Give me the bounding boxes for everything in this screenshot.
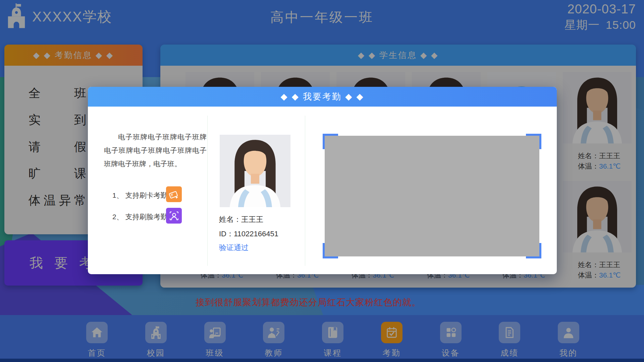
screen: XXXXX学校 高中一年级一班 2020-03-17 星期一15:00 ◆ ◆ … — [0, 0, 644, 362]
verified-student-photo — [220, 135, 290, 207]
modal-description: 电子班牌电子班牌电子班牌电子班牌电子班牌电子班牌电子班牌电子班牌，电子班。 — [104, 130, 207, 171]
viewfinder-corner-icon — [323, 243, 338, 258]
camera-preview — [325, 136, 539, 256]
modal-divider-left — [207, 116, 208, 266]
viewfinder-corner-icon — [526, 243, 541, 258]
attendance-modal-title: ◆ ◆ 我要考勤 ◆ ◆ — [88, 87, 557, 107]
attendance-modal: ◆ ◆ 我要考勤 ◆ ◆ 电子班牌电子班牌电子班牌电子班牌电子班牌电子班牌电子班… — [88, 87, 557, 274]
card-swipe-icon — [166, 186, 182, 202]
modal-divider-right — [305, 116, 305, 266]
face-scan-icon — [166, 208, 182, 224]
viewfinder-corner-icon — [526, 134, 541, 149]
viewfinder-corner-icon — [323, 134, 338, 149]
verified-student-id: ID：11022166451 — [219, 229, 278, 239]
verification-status-link[interactable]: 验证通过 — [219, 243, 249, 253]
verified-student-name: 姓名：王王王 — [219, 215, 263, 225]
